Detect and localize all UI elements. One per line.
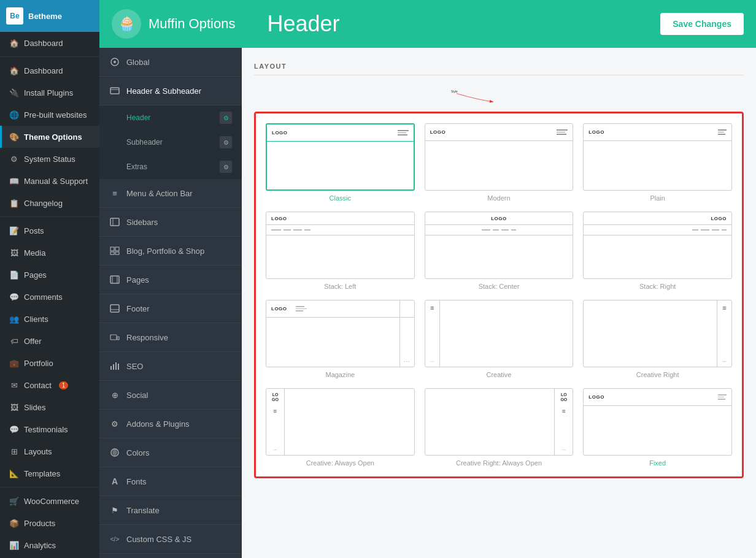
sidebar-item-products[interactable]: 📦 Products — [0, 512, 99, 534]
responsive-label: Responsive — [126, 333, 168, 342]
header-gear-button[interactable]: ⚙ — [220, 112, 232, 124]
second-sidebar-footer[interactable]: Footer — [99, 294, 242, 323]
second-sidebar-header[interactable]: Header & Subheader — [99, 77, 242, 105]
sidebar-item-clients[interactable]: 👥 Clients — [0, 308, 99, 330]
sidebar-item-dashboard-top[interactable]: 🏠 Dashboard — [0, 32, 99, 54]
sidebar-item-prebuilt[interactable]: 🌐 Pre-built websites — [0, 104, 99, 126]
svg-rect-15 — [110, 335, 117, 340]
sidebar-item-changelog[interactable]: 📋 Changelog — [0, 192, 99, 214]
layout-option-creative-right-always-open[interactable]: LOGO ≡ ··· Creative Right: Always Open — [425, 388, 574, 467]
posts-icon: 📝 — [9, 226, 19, 235]
second-sidebar-menu-action[interactable]: ≡ Menu & Action Bar — [99, 179, 242, 208]
sidebar-item-dashboard[interactable]: 🏠 Dashboard — [0, 59, 99, 82]
second-sidebar-sidebars[interactable]: Sidebars — [99, 208, 242, 237]
layout-option-creative-right[interactable]: ≡ ··· Creative Right — [583, 300, 732, 378]
muffin-logo: 🧁 — [112, 9, 141, 39]
save-button[interactable]: Save Changes — [660, 13, 744, 35]
extras-nav-label: Extras — [126, 162, 147, 171]
second-sidebar-custom-css[interactable]: </> Custom CSS & JS — [99, 525, 242, 554]
colors-icon — [109, 447, 120, 458]
layout-option-plain[interactable]: LOGO Plain — [583, 123, 732, 202]
svg-rect-13 — [110, 305, 119, 312]
second-sidebar-translate[interactable]: ⚑ Translate — [99, 496, 242, 525]
slides-icon: 🖼 — [9, 402, 19, 412]
sidebar-item-contact[interactable]: ✉ Contact 1 — [0, 374, 99, 396]
layout-card-magazine[interactable]: LOGO ··· — [266, 300, 415, 367]
sub-menu-subheader-item[interactable]: Subheader ⚙ — [99, 130, 242, 155]
colors-label: Colors — [126, 448, 150, 457]
second-sidebar-colors[interactable]: Colors — [99, 438, 242, 467]
layout-option-classic[interactable]: LOGO Classic — [266, 123, 415, 202]
second-sidebar-addons[interactable]: ⚙ Addons & Plugins — [99, 410, 242, 438]
footer-icon — [109, 303, 120, 314]
sidebar-label: System Status — [24, 155, 75, 164]
layout-option-modern[interactable]: LOGO Modern — [425, 123, 574, 202]
layout-option-creative-always-open[interactable]: LOGO ≡ ··· Creative: Always Open — [266, 388, 415, 467]
layout-card-stack-center[interactable]: LOGO — [425, 212, 574, 279]
sidebar-item-analytics[interactable]: 📊 Analytics — [0, 534, 99, 556]
header-nav-label: Header — [126, 113, 150, 122]
second-sidebar-social[interactable]: ⊕ Social — [99, 381, 242, 410]
second-sidebar-backup[interactable]: Backup & Reset — [99, 554, 242, 558]
layout-card-plain[interactable]: LOGO — [583, 123, 732, 191]
sidebar-item-media[interactable]: 🖼 Media — [0, 242, 99, 264]
translate-icon: ⚑ — [109, 505, 120, 516]
layout-card-fixed[interactable]: LOGO — [583, 388, 732, 456]
sidebar-item-slides[interactable]: 🖼 Slides — [0, 396, 99, 418]
sub-menu-extras-item[interactable]: Extras ⚙ — [99, 155, 242, 179]
layout-card-stack-left[interactable]: LOGO — [266, 212, 415, 279]
second-sidebar-responsive[interactable]: Responsive — [99, 323, 242, 352]
second-sidebar-fonts[interactable]: A Fonts — [99, 467, 242, 496]
sub-menu-header-item[interactable]: Header ⚙ — [99, 105, 242, 130]
sidebar-item-posts[interactable]: 📝 Posts — [0, 220, 99, 242]
layout-section: LAYOUT Style — [242, 48, 756, 488]
sidebar-item-system-status[interactable]: ⚙ System Status — [0, 148, 99, 170]
responsive-icon — [109, 332, 120, 343]
sidebar-item-woocommerce[interactable]: 🛒 WooCommerce — [0, 490, 99, 512]
social-icon: ⊕ — [109, 389, 120, 400]
extras-gear-button[interactable]: ⚙ — [220, 161, 232, 173]
sidebar-item-comments[interactable]: 💬 Comments — [0, 286, 99, 308]
layout-card-creative[interactable]: ≡ ··· — [425, 300, 574, 367]
layout-card-creative-right-always-open[interactable]: LOGO ≡ ··· — [425, 388, 574, 456]
layout-option-stack-left[interactable]: LOGO Stack: Left — [266, 212, 415, 290]
sidebar-item-install-plugins[interactable]: 🔌 Install Plugins — [0, 82, 99, 104]
layout-card-stack-right[interactable]: LOGO — [583, 212, 732, 279]
svg-text:Style: Style — [451, 90, 458, 93]
second-sidebar-blog[interactable]: Blog, Portfolio & Shop — [99, 237, 242, 266]
layout-option-stack-center[interactable]: LOGO Stack: Center — [425, 212, 574, 290]
svg-rect-8 — [110, 252, 114, 254]
layout-grid-container: LOGO Classic — [254, 112, 744, 478]
addons-icon: ⚙ — [109, 418, 120, 429]
sidebar-label: Slides — [24, 403, 45, 412]
second-sidebar-global[interactable]: Global — [99, 48, 242, 77]
sidebar-label: Testimonials — [24, 425, 68, 434]
sidebar-item-templates[interactable]: 📐 Templates — [0, 462, 99, 484]
second-sidebar-pages[interactable]: Pages — [99, 266, 242, 294]
site-header[interactable]: Be Betheme — [0, 0, 99, 32]
layout-card-creative-right[interactable]: ≡ ··· — [583, 300, 732, 367]
sidebar-item-manual[interactable]: 📖 Manual & Support — [0, 170, 99, 192]
layout-option-stack-right[interactable]: LOGO Stack: Right — [583, 212, 732, 290]
layout-option-creative[interactable]: ≡ ··· Creative — [425, 300, 574, 378]
panel-with-annotation: Style LOGO — [254, 85, 744, 478]
svg-point-1 — [114, 61, 116, 63]
divider-3 — [0, 487, 99, 487]
menu-action-label: Menu & Action Bar — [126, 189, 193, 198]
second-sidebar-seo[interactable]: SEO — [99, 352, 242, 381]
system-icon: ⚙ — [9, 154, 19, 164]
layout-option-fixed[interactable]: LOGO Fixed — [583, 388, 732, 467]
layout-card-modern[interactable]: LOGO — [425, 123, 574, 191]
sidebar-item-layouts[interactable]: ⊞ Layouts — [0, 440, 99, 462]
svg-rect-20 — [118, 364, 119, 370]
layout-option-magazine[interactable]: LOGO ··· — [266, 300, 415, 378]
sidebar-item-offer[interactable]: 🏷 Offer — [0, 330, 99, 352]
layout-card-classic[interactable]: LOGO — [266, 123, 415, 191]
layout-card-creative-always-open[interactable]: LOGO ≡ ··· — [266, 388, 415, 456]
sidebar-item-testimonials[interactable]: 💬 Testimonials — [0, 418, 99, 440]
sidebar-item-theme-options[interactable]: 🎨 Theme Options — [0, 126, 99, 148]
subheader-gear-button[interactable]: ⚙ — [220, 136, 232, 148]
sidebar-item-portfolio[interactable]: 💼 Portfolio — [0, 352, 99, 374]
sidebar-item-pages[interactable]: 📄 Pages — [0, 264, 99, 286]
contact-badge: 1 — [59, 381, 69, 389]
